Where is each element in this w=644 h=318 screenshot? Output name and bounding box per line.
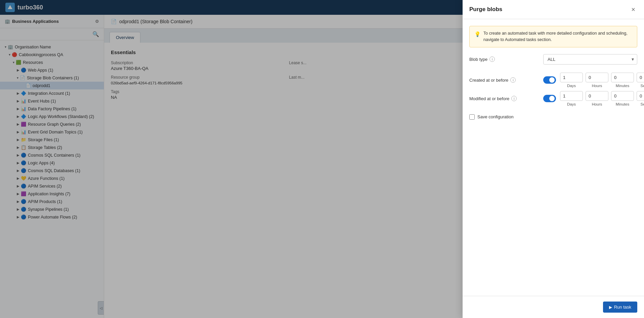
created-at-label-group: Created at or before i xyxy=(469,77,543,83)
run-task-label: Run task xyxy=(614,305,631,310)
modal-panel: Purge blobs × 💡 To create an automated t… xyxy=(463,0,644,318)
alert-banner: 💡 To create an automated task with more … xyxy=(469,26,637,47)
blob-type-label: Blob type xyxy=(469,57,487,62)
created-at-hours-label: Hours xyxy=(592,84,602,88)
run-task-icon: ▶ xyxy=(609,305,612,310)
created-at-time-inputs: Days Hours Minutes Seconds xyxy=(560,73,644,88)
created-at-seconds-label: Seconds xyxy=(641,84,644,88)
created-at-info-icon[interactable]: i xyxy=(510,77,516,83)
created-at-seconds-group: Seconds xyxy=(637,73,644,88)
blob-type-select-wrapper: ALL BlockBlob AppendBlob PageBlob ▾ xyxy=(543,54,637,65)
created-at-hours-group: Hours xyxy=(586,73,608,88)
created-at-minutes-input[interactable] xyxy=(611,73,634,82)
modal-close-button[interactable]: × xyxy=(629,5,637,13)
created-at-minutes-label: Minutes xyxy=(616,84,629,88)
blob-type-info-icon[interactable]: i xyxy=(489,56,495,62)
created-at-days-input[interactable] xyxy=(560,73,583,82)
modal-title: Purge blobs xyxy=(469,6,502,13)
run-task-button[interactable]: ▶ Run task xyxy=(603,302,637,313)
save-config-label[interactable]: Save configuration xyxy=(477,114,514,119)
modified-at-minutes-input[interactable] xyxy=(611,91,634,101)
blob-type-select[interactable]: ALL BlockBlob AppendBlob PageBlob xyxy=(543,54,637,65)
modified-at-hours-label: Hours xyxy=(592,102,602,106)
alert-icon: 💡 xyxy=(474,31,481,38)
modified-at-minutes-label: Minutes xyxy=(616,102,629,106)
modified-at-days-input[interactable] xyxy=(560,91,583,101)
created-at-toggle[interactable] xyxy=(543,76,556,84)
modified-at-seconds-group: Seconds xyxy=(637,91,644,106)
created-at-row: Created at or before i Days Hours xyxy=(469,73,637,88)
created-at-minutes-group: Minutes xyxy=(611,73,634,88)
modified-at-days-label: Days xyxy=(567,102,576,106)
modified-at-seconds-input[interactable] xyxy=(637,91,644,101)
blob-type-label-group: Blob type i xyxy=(469,56,543,62)
alert-text: To create an automated task with more de… xyxy=(483,30,632,43)
created-at-label: Created at or before xyxy=(469,78,508,83)
modified-at-time-inputs: Days Hours Minutes Seconds xyxy=(560,91,644,106)
modal-header: Purge blobs × xyxy=(463,0,644,19)
modified-at-toggle[interactable] xyxy=(543,95,556,102)
created-at-days-group: Days xyxy=(560,73,583,88)
modified-at-label: Modified at or before xyxy=(469,96,509,101)
save-config-row: Save configuration xyxy=(469,114,637,120)
modified-at-label-group: Modified at or before i xyxy=(469,96,543,101)
modal-body: 💡 To create an automated task with more … xyxy=(463,19,644,296)
modified-at-hours-group: Hours xyxy=(586,91,608,106)
modified-at-minutes-group: Minutes xyxy=(611,91,634,106)
modal-footer: ▶ Run task xyxy=(463,296,644,318)
blob-type-row: Blob type i ALL BlockBlob AppendBlob Pag… xyxy=(469,54,637,65)
modified-at-seconds-label: Seconds xyxy=(641,102,644,106)
modified-at-row: Modified at or before i Days Hours xyxy=(469,91,637,106)
save-config-checkbox[interactable] xyxy=(469,114,475,120)
app-container: turbo360 🏢 Business Applications ⚙ 🔍 ▾ 🏢… xyxy=(0,0,644,318)
created-at-seconds-input[interactable] xyxy=(637,73,644,82)
modified-at-info-icon[interactable]: i xyxy=(511,96,517,101)
modified-at-days-group: Days xyxy=(560,91,583,106)
created-at-hours-input[interactable] xyxy=(586,73,608,82)
created-at-days-label: Days xyxy=(567,84,576,88)
modified-at-hours-input[interactable] xyxy=(586,91,608,101)
